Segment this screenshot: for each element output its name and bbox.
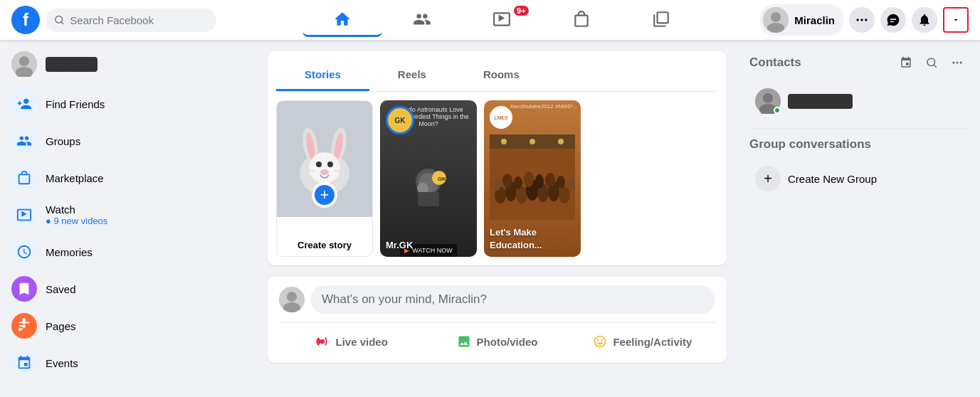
sidebar-username: Miraclin (46, 57, 98, 72)
live-video-btn[interactable]: Live video (279, 329, 424, 354)
tab-rooms[interactable]: Rooms (455, 60, 548, 91)
photo-video-label: Photo/video (477, 336, 538, 348)
contact-item[interactable] (749, 83, 969, 120)
sidebar-item-saved[interactable]: Saved (6, 270, 251, 307)
education-label: Let's Make Education... (490, 227, 542, 250)
post-box: What's on your mind, Miraclin? Live vide… (268, 277, 727, 363)
memories-icon (11, 239, 37, 265)
svg-point-16 (309, 152, 340, 184)
sidebar-item-watch[interactable]: Watch ● 9 new videos (6, 196, 251, 233)
post-input[interactable]: What's on your mind, Miraclin? (310, 285, 715, 314)
create-group-icon: + (755, 166, 781, 191)
post-user-avatar (279, 287, 305, 312)
tab-stories[interactable]: Stories (276, 60, 369, 91)
groups-label: Groups (46, 135, 80, 147)
svg-point-29 (529, 139, 535, 144)
nav-right: Miraclin (760, 4, 969, 36)
more-contacts-btn[interactable] (946, 51, 969, 74)
watch-icon (11, 202, 37, 228)
find-friends-label: Find Friends (46, 98, 105, 110)
facebook-logo[interactable]: f (11, 6, 40, 34)
nav-friends[interactable] (382, 3, 462, 37)
svg-point-7 (865, 18, 867, 21)
search-contacts-btn[interactable] (920, 51, 943, 74)
new-room-btn[interactable] (895, 51, 917, 74)
search-bar[interactable] (46, 9, 216, 32)
stories-list: + Create story Why do Astronauts Love th… (276, 100, 718, 257)
group-conversations-title: Group conversations (749, 137, 969, 152)
nav-groups[interactable] (621, 3, 701, 37)
svg-point-41 (524, 171, 534, 187)
contacts-icons (895, 51, 969, 74)
stories-tabs: Stories Reels Rooms (276, 60, 718, 92)
menu-icon-btn[interactable] (849, 7, 875, 33)
groups-icon (11, 128, 37, 154)
create-new-group-btn[interactable]: + Create New Group (749, 160, 969, 197)
sidebar-user[interactable]: Miraclin (6, 46, 251, 83)
sidebar-item-groups[interactable]: Groups (6, 122, 251, 159)
stories-card: Stories Reels Rooms (268, 51, 727, 265)
feeling-activity-label: Feeling/Activity (613, 336, 692, 348)
sidebar-item-marketplace[interactable]: Marketplace (6, 159, 251, 196)
svg-point-37 (559, 186, 570, 203)
svg-point-47 (287, 292, 297, 302)
nav-username: Miraclin (794, 14, 835, 26)
story-create-bottom: Create story (277, 217, 372, 256)
svg-text:GK: GK (438, 176, 446, 182)
story-create-item[interactable]: + Create story (276, 100, 373, 257)
nav-watch[interactable]: 9+ (462, 3, 542, 37)
svg-point-40 (514, 176, 522, 189)
feeling-activity-btn[interactable]: Feeling/Activity (570, 329, 715, 354)
messenger-icon-btn[interactable] (880, 7, 906, 33)
contacts-divider (749, 128, 969, 129)
contacts-title: Contacts (749, 55, 801, 70)
svg-line-1 (61, 22, 63, 24)
sidebar-item-memories[interactable]: Memories (6, 233, 251, 270)
svg-point-39 (502, 174, 512, 188)
svg-point-6 (860, 18, 863, 21)
svg-point-53 (957, 62, 959, 64)
watch-new-videos: ● 9 new videos (46, 216, 107, 226)
events-label: Events (46, 357, 78, 369)
watch-label: Watch (46, 203, 107, 216)
center-feed: Stories Reels Rooms (256, 40, 738, 397)
svg-point-38 (492, 178, 501, 191)
svg-point-28 (501, 139, 507, 144)
dropdown-arrow-btn[interactable] (943, 7, 969, 33)
left-sidebar: Miraclin Find Friends Groups Marketplace (0, 40, 256, 397)
edu-avatar: LMES (490, 106, 512, 129)
svg-line-51 (934, 65, 937, 68)
story-mr-gk[interactable]: Why do Astronauts Love these Weirdest Th… (380, 100, 477, 257)
tab-reels[interactable]: Reels (369, 60, 455, 91)
notifications-icon-btn[interactable] (912, 7, 937, 33)
saved-icon (11, 276, 37, 302)
story2-center: GK (404, 133, 453, 244)
svg-point-49 (320, 339, 325, 344)
pages-label: Pages (46, 320, 76, 332)
events-icon (11, 350, 37, 376)
svg-point-18 (327, 162, 333, 167)
search-input[interactable] (70, 14, 208, 26)
svg-point-43 (545, 173, 555, 187)
contacts-header: Contacts (749, 51, 969, 74)
education-label-bottom: Let's Make Education... (490, 226, 575, 251)
nav-marketplace[interactable] (542, 3, 621, 37)
contact-name (788, 94, 853, 109)
nav-user-profile[interactable]: Miraclin (760, 4, 843, 36)
photo-video-btn[interactable]: Photo/video (424, 329, 569, 354)
story-education[interactable]: LMES (484, 100, 581, 257)
sidebar-item-find-friends[interactable]: Find Friends (6, 85, 251, 122)
nav-home[interactable] (302, 3, 382, 37)
saved-label: Saved (46, 283, 76, 295)
create-story-plus: + (312, 182, 337, 208)
svg-point-42 (535, 174, 544, 189)
marketplace-icon (11, 165, 37, 191)
post-actions: Live video Photo/video Feeling/Activity (279, 322, 715, 354)
svg-rect-23 (418, 192, 439, 206)
sidebar-item-pages[interactable]: Pages (6, 307, 251, 344)
nav-left: f (11, 6, 243, 34)
svg-point-3 (771, 12, 781, 22)
watch-badge: 9+ (514, 6, 529, 16)
sidebar-item-events[interactable]: Events (6, 344, 251, 381)
top-navigation: f 9+ Miraclin (0, 0, 980, 40)
